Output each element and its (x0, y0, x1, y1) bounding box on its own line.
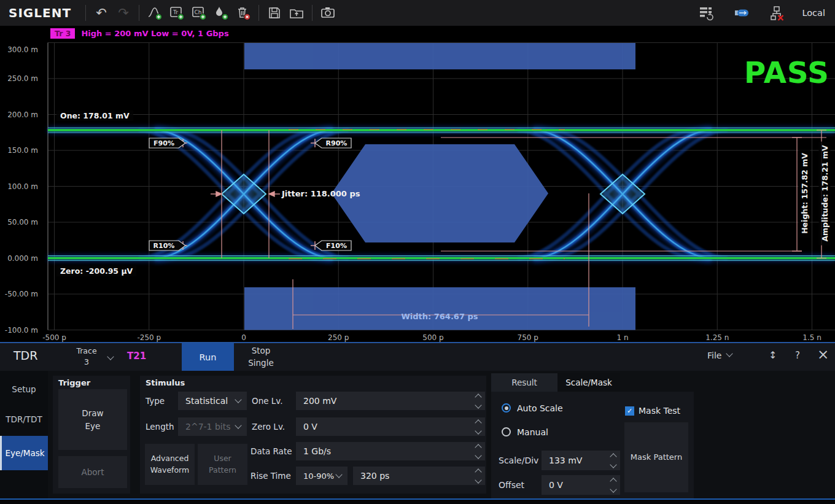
save-button[interactable] (263, 2, 285, 24)
display-layout-icon (697, 4, 715, 21)
tab-tdr-tdt[interactable]: TDR/TDT (0, 406, 48, 433)
remote-local-status[interactable]: Local (802, 8, 825, 18)
eye-diagram-canvas: F90% R90% R10% F10% (0, 26, 835, 342)
jitter-annotation: Jitter: 118.000 ps (282, 189, 360, 198)
rise-time-field[interactable]: 320 ps (353, 467, 485, 485)
rise-time-spinner[interactable] (476, 467, 481, 485)
y-tick-label: 100.0 m (2, 182, 38, 191)
draw-eye-label-2: Eye (85, 420, 101, 432)
advanced-waveform-label-1: Advanced (151, 453, 189, 465)
x-tick-label: 1 n (616, 333, 628, 342)
app-title: TDR (14, 349, 37, 362)
screenshot-button[interactable] (317, 2, 339, 24)
x-tick-label: 1.5 n (802, 333, 821, 342)
mask-test-checkbox[interactable]: ✓ (625, 406, 634, 416)
zero-lv-label: Zero Lv. (252, 422, 285, 432)
scale-div-value: 133 mV (549, 456, 582, 465)
rise-time-range-dropdown[interactable]: 10-90% (296, 467, 348, 485)
camera-icon (320, 5, 336, 21)
network-status[interactable] (766, 2, 788, 24)
scale-mask-body: Auto Scale Manual ✓ Mask Test Scale/Div … (491, 392, 694, 498)
mask-pattern-button[interactable]: Mask Pattern (624, 422, 688, 492)
rise-time-label: Rise Time (251, 471, 291, 481)
help-button[interactable]: ? (795, 350, 800, 361)
add-waveform-button[interactable] (144, 2, 166, 24)
one-lv-field[interactable]: 200 mV (296, 392, 485, 410)
delete-trace-button[interactable] (232, 2, 254, 24)
y-tick-label: 0.000 m (2, 254, 38, 263)
stimulus-group: Stimulus Type Statistical One Lv. 200 mV… (140, 376, 486, 494)
mask-top-bar (244, 43, 635, 69)
length-label: Length (146, 422, 174, 432)
offset-label: Offset (499, 480, 524, 490)
user-pattern-button[interactable]: User Pattern (198, 444, 247, 485)
redo-button[interactable]: ↷ (112, 2, 134, 24)
zero-level-annotation: Zero: -200.95 µV (56, 266, 136, 276)
add-channel-button[interactable]: Ch (188, 2, 210, 24)
tab-result[interactable]: Result (491, 373, 557, 392)
zero-lv-field[interactable]: 0 V (296, 417, 485, 436)
trace-info: High = 200 mV Low = 0V, 1 Gbps (81, 29, 228, 38)
usb-status[interactable] (731, 2, 753, 24)
abort-button[interactable]: Abort (58, 456, 127, 488)
zero-lv-spinner[interactable] (476, 417, 481, 436)
draw-eye-button[interactable]: Draw Eye (58, 389, 127, 450)
scale-div-spinner[interactable] (611, 451, 616, 470)
run-button[interactable]: Run (182, 343, 234, 371)
type-dropdown[interactable]: Statistical (178, 392, 247, 410)
single-label: Single (239, 357, 282, 370)
add-marker-button[interactable] (210, 2, 232, 24)
trace-badge[interactable]: Tr 3 (50, 28, 75, 39)
auto-scale-radio[interactable] (502, 403, 511, 413)
width-annotation: Width: 764.67 ps (401, 312, 478, 321)
auto-scale-label: Auto Scale (517, 403, 563, 413)
trigger-header: Trigger (58, 378, 90, 387)
stop-single-button[interactable]: Stop Single (239, 345, 282, 369)
tdr-menu-bar: TDR Trace 3 T21 Run Stop Single File ↕ ?… (0, 342, 835, 371)
undo-button[interactable]: ↶ (90, 2, 112, 24)
marker-f10-label: F10% (326, 242, 347, 250)
rise-time-dropdown-chevron-icon (335, 471, 342, 478)
trace-selector[interactable]: Trace 3 (68, 346, 106, 367)
data-rate-spinner[interactable] (476, 442, 481, 460)
x-tick-label: 250 p (328, 333, 349, 342)
add-marker-icon (213, 5, 229, 21)
tab-setup[interactable]: Setup (0, 376, 48, 403)
add-waveform-icon (147, 5, 163, 21)
save-icon (267, 6, 282, 20)
scale-div-field[interactable]: 133 mV (542, 451, 620, 470)
stimulus-header: Stimulus (146, 378, 185, 387)
advanced-waveform-button[interactable]: Advanced Waveform (145, 444, 195, 485)
tab-eye-mask[interactable]: Eye/Mask (0, 436, 48, 470)
trace-selector-chevron-icon[interactable] (107, 353, 114, 360)
file-menu[interactable]: File (707, 351, 732, 360)
x-tick-label: -250 p (137, 333, 161, 342)
length-dropdown[interactable]: 2^7-1 bits (178, 417, 247, 436)
mask-bottom-bar (244, 287, 635, 330)
type-dropdown-chevron-icon (235, 396, 241, 403)
undo-icon: ↶ (96, 7, 107, 20)
close-button[interactable]: × (817, 346, 829, 362)
y-tick-label: 50.00 m (2, 218, 38, 227)
one-lv-spinner[interactable] (476, 392, 481, 410)
marker-f90-label: F90% (153, 139, 174, 147)
manual-radio[interactable] (502, 427, 511, 436)
y-tick-label: -50.00 m (2, 290, 38, 298)
offset-field[interactable]: 0 V (542, 475, 620, 495)
add-trace-button[interactable]: Tr (166, 2, 188, 24)
toolbar-separator (139, 5, 139, 21)
data-rate-field[interactable]: 1 Gb/s (296, 442, 485, 460)
y-tick-label: 200.0 m (2, 110, 38, 119)
one-lv-value: 200 mV (303, 396, 336, 406)
y-tick-label: -100.0 m (2, 326, 38, 335)
add-trace-icon: Tr (169, 5, 185, 21)
marker-r90-label: R90% (326, 139, 348, 147)
tab-scale-mask[interactable]: Scale/Mask (557, 373, 620, 392)
y-tick-label: 250.0 m (2, 74, 38, 83)
trace-selector-value: 3 (68, 357, 106, 368)
display-layout-button[interactable] (695, 2, 717, 24)
marker-r10-label: R10% (153, 242, 175, 250)
offset-spinner[interactable] (611, 475, 616, 495)
recall-button[interactable] (285, 2, 308, 24)
collapse-panel-button[interactable]: ↕ (769, 349, 777, 361)
